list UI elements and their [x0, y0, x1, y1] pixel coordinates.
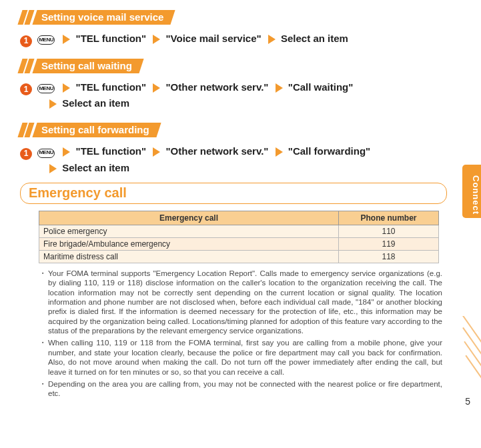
step-text: "TEL function"	[76, 145, 147, 157]
menu-key-icon: MENU	[37, 84, 55, 93]
emergency-table: Emergency call Phone number Police emerg…	[39, 211, 439, 263]
step-text: "Other network serv."	[165, 145, 268, 157]
table-cell-label: Maritime distress call	[39, 250, 339, 263]
arrow-icon	[63, 35, 70, 44]
arrow-icon	[49, 99, 57, 109]
arrow-icon	[153, 83, 160, 93]
banner-title: Setting voice mail service	[41, 12, 163, 23]
note-text: When calling 110, 119 or 118 from the FO…	[48, 338, 442, 377]
arrow-icon	[153, 147, 160, 157]
note-item: ・ Your FOMA terminal supports "Emergency…	[39, 269, 442, 336]
steps-voicemail: 1 MENU "TEL function" "Voice mail servic…	[20, 31, 440, 47]
table-cell-label: Fire brigade/Ambulance emergency	[39, 237, 339, 250]
menu-key-icon: MENU	[37, 149, 55, 158]
step-text: "Other network serv."	[165, 81, 268, 93]
arrow-icon	[276, 147, 283, 157]
step-text: "Call forwarding"	[288, 145, 370, 157]
steps-callforward: 1 MENU "TEL function" "Other network ser…	[20, 143, 440, 176]
note-text: Depending on the area you are calling fr…	[48, 379, 442, 399]
arrow-icon	[63, 147, 70, 157]
table-row: Police emergency 110	[39, 225, 439, 237]
table-cell-number: 118	[339, 250, 439, 263]
step-text: "TEL function"	[76, 33, 147, 44]
page-number: 5	[465, 396, 470, 407]
arrow-icon	[49, 164, 57, 173]
step-text: "TEL function"	[76, 81, 147, 93]
section-banner-callwaiting: Setting call waiting	[20, 58, 141, 74]
menu-key-icon: MENU	[37, 35, 55, 45]
arrow-icon	[153, 35, 160, 44]
step-text: Select an item	[281, 33, 348, 44]
decorative-lines	[460, 316, 481, 396]
heading-emergency-call: Emergency call	[20, 183, 447, 204]
bullet-icon: ・	[39, 338, 48, 377]
note-text: Your FOMA terminal supports "Emergency L…	[48, 269, 442, 336]
table-row: Fire brigade/Ambulance emergency 119	[39, 237, 439, 250]
note-item: ・ Depending on the area you are calling …	[39, 379, 442, 399]
step-number-1: 1	[20, 83, 32, 95]
table-cell-label: Police emergency	[39, 225, 339, 237]
section-banner-callforward: Setting call forwarding	[20, 122, 159, 138]
arrow-icon	[63, 83, 70, 93]
arrow-icon	[276, 83, 283, 93]
table-header: Phone number	[339, 211, 439, 225]
banner-title: Setting call forwarding	[41, 125, 149, 135]
steps-callwaiting: 1 MENU "TEL function" "Other network ser…	[20, 79, 440, 112]
step-text: "Call waiting"	[288, 81, 354, 93]
step-text: "Voice mail service"	[165, 33, 261, 44]
step-number-1: 1	[20, 148, 32, 160]
notes-list: ・ Your FOMA terminal supports "Emergency…	[39, 269, 442, 399]
section-banner-voicemail: Setting voice mail service	[20, 9, 173, 25]
bullet-icon: ・	[39, 379, 48, 399]
arrow-icon	[268, 35, 276, 44]
bullet-icon: ・	[39, 269, 48, 336]
banner-title: Setting call waiting	[41, 61, 132, 71]
table-row: Maritime distress call 118	[39, 250, 439, 263]
step-number-1: 1	[20, 35, 32, 47]
table-header: Emergency call	[39, 211, 339, 225]
side-tab-connect: Connect	[462, 165, 481, 218]
table-cell-number: 110	[339, 225, 439, 237]
step-text: Select an item	[62, 162, 129, 173]
table-cell-number: 119	[339, 237, 439, 250]
step-text: Select an item	[62, 97, 129, 109]
note-item: ・ When calling 110, 119 or 118 from the …	[39, 338, 442, 377]
